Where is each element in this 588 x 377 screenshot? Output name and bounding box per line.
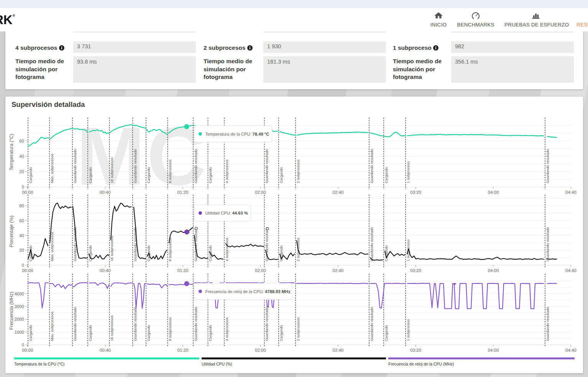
svg-text:01:20: 01:20 (177, 348, 189, 352)
svg-text:16 subprocesos: 16 subprocesos (110, 236, 114, 261)
svg-text:Frecuencia de reloj de la CPU:: Frecuencia de reloj de la CPU: 4788.93 M… (205, 289, 291, 294)
svg-text:60: 60 (19, 218, 24, 223)
svg-text:Máx. subprocesos: Máx. subprocesos (50, 154, 54, 183)
svg-text:16 subprocesos: 16 subprocesos (110, 315, 114, 341)
svg-text:8 subprocesos: 8 subprocesos (168, 317, 172, 341)
svg-text:Utilidad CPU (%): Utilidad CPU (%) (202, 362, 232, 366)
svg-text:Temperatura (°C): Temperatura (°C) (9, 134, 14, 170)
svg-text:Cargando: Cargando (208, 167, 212, 183)
svg-text:04:00: 04:00 (488, 268, 499, 273)
svg-text:Cargando: Cargando (28, 167, 33, 183)
svg-text:03:20: 03:20 (410, 190, 421, 195)
svg-text:0: 0 (22, 263, 24, 267)
svg-text:Guardando resultado: Guardando resultado (194, 149, 198, 183)
svg-text:8 subprocesos: 8 subprocesos (168, 238, 172, 261)
svg-text:03:20: 03:20 (410, 268, 421, 273)
svg-text:04:00: 04:00 (488, 190, 499, 195)
svg-text:Cargando: Cargando (208, 325, 212, 341)
svg-text:04:00: 04:00 (488, 348, 499, 352)
svg-text:Guardando resultado: Guardando resultado (133, 149, 137, 183)
svg-text:01:20: 01:20 (177, 190, 189, 195)
svg-text:4 subprocesos: 4 subprocesos (225, 238, 229, 261)
svg-text:4000: 4000 (14, 292, 24, 296)
svg-text:20: 20 (19, 169, 24, 174)
svg-text:04:40: 04:40 (565, 268, 577, 273)
svg-text:Cargando: Cargando (384, 167, 388, 183)
svg-text:02:40: 02:40 (333, 190, 344, 195)
svg-text:Guardando resultado: Guardando resultado (133, 307, 137, 341)
svg-text:0: 0 (22, 185, 24, 189)
svg-text:00:40: 00:40 (100, 190, 111, 195)
svg-text:00:00: 00:00 (22, 268, 33, 273)
svg-text:8 subprocesos: 8 subprocesos (168, 159, 172, 183)
svg-text:Cargando: Cargando (279, 325, 283, 341)
svg-text:01:20: 01:20 (177, 268, 189, 273)
svg-text:02:00: 02:00 (255, 268, 266, 273)
svg-text:00:40: 00:40 (100, 348, 111, 352)
svg-text:Guardando resultado: Guardando resultado (370, 149, 374, 183)
svg-text:Guardando resultado: Guardando resultado (264, 149, 269, 183)
svg-text:1000: 1000 (14, 330, 24, 334)
svg-text:02:40: 02:40 (333, 268, 344, 273)
svg-text:40: 40 (19, 233, 24, 238)
svg-text:Guardando resultado: Guardando resultado (73, 307, 77, 341)
svg-text:Temperatura de la CPU: 78.49 °: Temperatura de la CPU: 78.49 °C (205, 132, 269, 136)
svg-text:0: 0 (22, 343, 24, 347)
svg-text:00:00: 00:00 (22, 348, 33, 352)
svg-text:2000: 2000 (14, 317, 24, 321)
svg-text:Guardando resultado: Guardando resultado (194, 307, 198, 341)
svg-text:Cargando: Cargando (146, 325, 151, 341)
svg-text:4 subprocesos: 4 subprocesos (225, 317, 229, 341)
svg-text:20: 20 (19, 248, 24, 252)
svg-text:Cargando: Cargando (384, 245, 388, 261)
svg-text:1 subproceso: 1 subproceso (406, 161, 410, 183)
svg-text:02:00: 02:00 (255, 190, 266, 195)
svg-text:40: 40 (19, 154, 24, 159)
svg-text:Máx. subprocesos: Máx. subprocesos (50, 311, 54, 341)
svg-text:2 subprocesos: 2 subprocesos (296, 317, 300, 341)
svg-text:Guardando resultado: Guardando resultado (264, 227, 269, 261)
svg-text:Guardando resultado: Guardando resultado (370, 307, 374, 341)
svg-text:Cargando: Cargando (146, 167, 151, 183)
svg-text:04:40: 04:40 (565, 190, 577, 195)
svg-text:Guardando resultado: Guardando resultado (545, 227, 550, 261)
svg-text:16 subprocesos: 16 subprocesos (110, 157, 114, 183)
svg-text:02:00: 02:00 (255, 348, 266, 352)
svg-text:60: 60 (19, 139, 24, 143)
svg-text:Guardando resultado: Guardando resultado (370, 227, 374, 261)
svg-text:4 subprocesos: 4 subprocesos (225, 159, 229, 183)
svg-text:03:20: 03:20 (410, 348, 421, 352)
svg-text:Cargando: Cargando (384, 325, 388, 341)
svg-text:Guardando resultado: Guardando resultado (545, 307, 550, 341)
svg-text:Temperatura de la CPU (°C): Temperatura de la CPU (°C) (14, 362, 64, 366)
svg-text:Cargando: Cargando (279, 167, 283, 183)
svg-text:Guardando resultado: Guardando resultado (545, 149, 550, 183)
svg-text:80: 80 (19, 203, 24, 208)
svg-text:2 subprocesos: 2 subprocesos (296, 159, 300, 183)
svg-text:Cargando: Cargando (88, 167, 92, 183)
svg-text:Utilidad CPU: 44.63 %: Utilidad CPU: 44.63 % (205, 211, 248, 215)
svg-text:00:40: 00:40 (100, 268, 111, 273)
svg-text:Frecuencia de reloj de la CPU: Frecuencia de reloj de la CPU (MHz) (388, 362, 454, 366)
svg-text:Frecuencia (MHz): Frecuencia (MHz) (9, 292, 14, 329)
svg-text:Cargando: Cargando (28, 325, 33, 341)
svg-text:04:40: 04:40 (565, 348, 577, 352)
svg-text:Porcentaje (%): Porcentaje (%) (9, 216, 14, 248)
svg-text:00:00: 00:00 (22, 190, 33, 195)
svg-text:Guardando resultado: Guardando resultado (73, 149, 77, 183)
svg-text:02:40: 02:40 (333, 348, 344, 352)
svg-text:3000: 3000 (14, 304, 24, 309)
svg-text:1 subproceso: 1 subproceso (406, 319, 410, 341)
svg-text:Guardando resultado: Guardando resultado (264, 307, 269, 341)
svg-text:Cargando: Cargando (88, 325, 92, 341)
